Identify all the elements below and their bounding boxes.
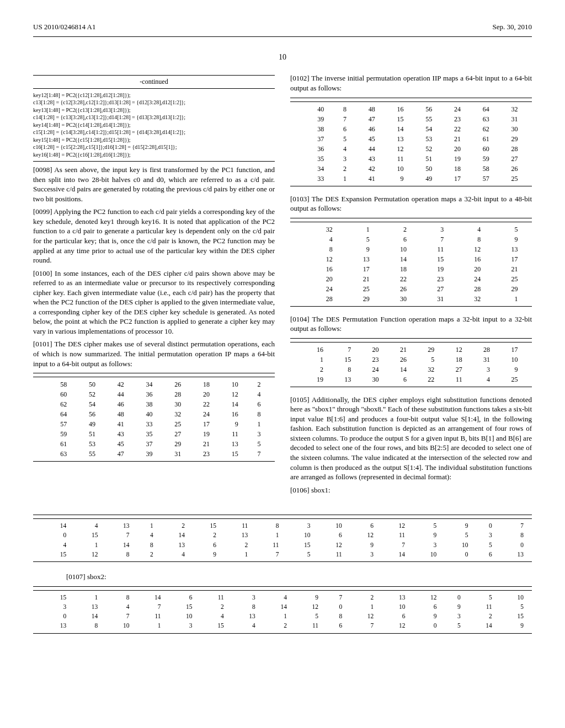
table-cell: 17 [337, 264, 374, 274]
table-cell: 15 [164, 602, 195, 612]
table-cell: 0 [440, 550, 471, 559]
table-cell: 15 [495, 612, 527, 621]
table-cell: 3 [328, 154, 351, 164]
table-cell: 11 [196, 593, 227, 602]
table-cell: 5 [282, 550, 313, 559]
table-cell: 42 [100, 379, 129, 389]
table-cell: 23 [185, 449, 214, 459]
table-cell: 2 [345, 593, 377, 602]
table-cell: 8 [495, 531, 527, 540]
sbox1-table: 1441312151183106125907015741421311061211… [38, 521, 527, 559]
table-cell: 10 [282, 531, 313, 540]
table-cell: 16 [380, 104, 408, 114]
table-cell: 62 [465, 124, 494, 134]
table-cell: 3 [408, 540, 440, 550]
table-cell: 14 [259, 602, 290, 612]
table-cell: 28 [448, 284, 485, 294]
table-cell: 21 [185, 439, 214, 449]
table-cell: 0 [471, 521, 495, 531]
table-cell: 17 [494, 345, 522, 355]
table-cell: 32 [157, 409, 186, 419]
table-cell: 15 [282, 540, 313, 550]
table-cell: 31 [467, 355, 494, 365]
para-0107: [0107] sbox2: [66, 572, 532, 582]
table-cell: 9 [495, 621, 527, 630]
table-cell: 17 [185, 419, 214, 429]
table-cell: 7 [345, 621, 377, 630]
table-cell: 22 [374, 274, 411, 284]
table-cell: 4 [70, 521, 101, 531]
table-cell: 10 [495, 593, 527, 602]
table-cell: 31 [494, 114, 523, 124]
table-cell: 9 [214, 419, 243, 429]
table-cell: 49 [408, 174, 436, 184]
table-cell: 15 [380, 114, 408, 124]
table-cell: 0 [495, 540, 527, 550]
table-cell: 4 [300, 234, 337, 244]
table-row: 161718192021 [300, 264, 523, 274]
page-number: 10 [33, 52, 532, 63]
table-cell: 12 [439, 345, 466, 355]
table-cell: 2 [188, 531, 220, 540]
table-cell: 2 [374, 224, 411, 234]
table-cell: 45 [100, 439, 129, 449]
table-row: 202122232425 [300, 274, 523, 284]
table-cell: 7 [411, 234, 448, 244]
table-cell: 18 [439, 355, 466, 365]
table-cell: 54 [71, 399, 100, 409]
table-cell: 58 [465, 164, 494, 174]
table-cell: 8 [101, 593, 132, 602]
table-cell: 3 [345, 550, 377, 559]
table-cell: 11 [464, 602, 495, 612]
table-cell: 29 [494, 134, 523, 144]
table-cell: 10 [164, 612, 195, 621]
table-cell: 39 [129, 449, 157, 459]
table-cell: 13 [70, 602, 101, 612]
table-cell: 61 [43, 439, 72, 449]
table-cell: 0 [408, 621, 440, 630]
pub-date: Sep. 30, 2010 [493, 22, 532, 32]
table-cell: 8 [133, 540, 157, 550]
sbox1-section: 1441312151183106125907015741421311061211… [33, 515, 532, 562]
table-cell: 10 [408, 550, 440, 559]
table-cell: 1 [300, 355, 328, 365]
para-0098: [0098] As seen above, the input key is f… [33, 165, 275, 204]
table-cell: 3 [38, 602, 70, 612]
table-row: 375451353216129 [300, 134, 523, 144]
table-cell: 2 [133, 550, 157, 559]
table-cell: 13 [380, 134, 408, 144]
table-cell: 23 [355, 355, 383, 365]
table-cell: 6 [408, 602, 440, 612]
table-cell: 9 [380, 174, 408, 184]
table-cell: 13 [337, 254, 374, 264]
table-row: 386461454226230 [300, 124, 523, 134]
table-cell: 5 [464, 593, 495, 602]
table-cell: 52 [408, 144, 436, 154]
table-cell: 19 [185, 429, 214, 439]
table-cell: 29 [411, 345, 439, 355]
table-row: 615345372921135 [43, 439, 265, 449]
table-cell: 9 [408, 612, 440, 621]
table-cell: 0 [322, 602, 345, 612]
table-cell: 27 [439, 365, 466, 374]
table-cell: 7 [377, 540, 408, 550]
table-cell: 25 [485, 274, 522, 284]
table-row: 242526272829 [300, 284, 523, 294]
table-cell: 5 [471, 540, 495, 550]
table-cell: 4 [157, 550, 188, 559]
table-cell: 49 [71, 419, 100, 429]
table-cell: 1 [243, 419, 265, 429]
table-cell: 13 [485, 244, 522, 254]
table-cell: 14 [374, 254, 411, 264]
right-column: [0102] The inverse initial permutation o… [290, 73, 532, 498]
table-cell: 11 [290, 621, 322, 630]
table-cell: 0 [38, 612, 70, 621]
continued-label: -continued [33, 77, 275, 86]
table-cell: 64 [43, 409, 72, 419]
table-cell: 60 [465, 144, 494, 154]
table-cell: 1 [485, 294, 522, 304]
table-cell: 32 [448, 294, 485, 304]
table-cell: 5 [440, 621, 464, 630]
table-cell: 6 [383, 374, 411, 384]
table-cell: 4 [243, 389, 265, 399]
